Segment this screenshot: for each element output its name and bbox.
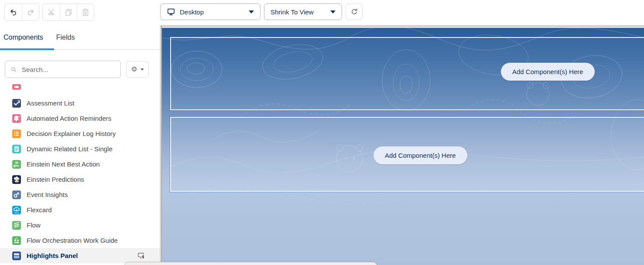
related-list-icon	[12, 145, 21, 153]
clipboard-button-group	[42, 3, 94, 21]
actions-recommendations-icon	[12, 84, 21, 90]
component-label: Event Insights	[27, 191, 68, 198]
search-row: ⚙	[0, 50, 160, 78]
component-item-event-insights[interactable]: Event Insights	[0, 187, 160, 202]
view-mode-dropdown[interactable]: Shrink To View	[264, 3, 342, 20]
active-tab-underline	[0, 48, 54, 50]
chevron-down-icon	[330, 10, 336, 14]
orchestration-icon	[12, 236, 21, 245]
search-icon	[10, 66, 17, 73]
component-label: Dynamic Related List - Single	[27, 145, 113, 153]
component-item-einstein-next-best-action[interactable]: Einstein Next Best Action	[0, 156, 160, 172]
tooltip-stub	[124, 262, 377, 265]
tab-fields[interactable]: Fields	[56, 34, 75, 41]
highlights-panel-icon	[12, 251, 21, 260]
canvas-background: Add Component(s) Here Add Component(s) H…	[162, 28, 644, 265]
component-item-automated-action-reminders[interactable]: Automated Action Reminders	[0, 111, 160, 126]
redo-icon	[26, 8, 35, 17]
assessment-icon	[12, 99, 21, 108]
component-item-dynamic-related-list-single[interactable]: Dynamic Related List - Single	[0, 141, 160, 156]
component-label: Einstein Next Best Action	[27, 160, 100, 168]
sidebar-tabs: Components Fields	[0, 25, 160, 50]
component-label: Automated Action Reminders	[27, 115, 111, 122]
device-selector-dropdown[interactable]: Desktop	[160, 3, 260, 20]
component-sidebar: Components Fields ⚙ Assessment List Auto…	[0, 25, 160, 265]
device-selector-value: Desktop	[180, 8, 244, 16]
paste-button[interactable]	[77, 4, 94, 20]
component-label: Highlights Panel	[27, 252, 78, 259]
component-item-assessment-list[interactable]: Assessment List	[0, 95, 160, 111]
component-list: Assessment List Automated Action Reminde…	[0, 84, 160, 265]
refresh-button[interactable]	[346, 3, 363, 20]
copy-button[interactable]	[60, 4, 77, 20]
top-toolbar: Desktop Shrink To View	[0, 0, 644, 25]
component-label: Assessment List	[27, 99, 74, 107]
dropzone-body-region[interactable]: Add Component(s) Here	[170, 117, 644, 192]
chevron-down-icon	[140, 68, 144, 71]
view-mode-value: Shrink To View	[271, 8, 326, 16]
refresh-icon	[350, 7, 359, 16]
component-item-einstein-predictions[interactable]: Einstein Predictions	[0, 172, 160, 187]
search-input[interactable]	[21, 65, 115, 74]
dropzone-header-region[interactable]: Add Component(s) Here	[170, 37, 644, 110]
redo-button[interactable]	[22, 4, 39, 20]
event-insights-icon	[12, 190, 21, 199]
gear-icon: ⚙	[131, 66, 137, 73]
svg-text:Vlocity: Vlocity	[14, 212, 19, 214]
settings-dropdown-button[interactable]: ⚙	[126, 61, 149, 78]
einstein-icon	[12, 175, 21, 184]
cut-button[interactable]	[43, 4, 60, 20]
view-controls: Desktop Shrink To View	[160, 3, 363, 20]
component-item-highlights-panel[interactable]: Highlights Panel	[0, 248, 160, 263]
scissors-icon	[47, 8, 56, 17]
component-label: Decision Explainer Log History	[27, 130, 116, 137]
list-icon	[12, 129, 21, 138]
paste-icon	[81, 8, 90, 17]
history-button-group	[4, 3, 39, 21]
flow-icon	[12, 221, 21, 230]
bell-icon	[12, 114, 21, 123]
search-box	[5, 61, 121, 78]
undo-button[interactable]	[5, 4, 22, 20]
component-label: Flow Orchestration Work Guide	[27, 237, 118, 244]
component-label: Flow	[27, 221, 41, 229]
undo-icon	[9, 8, 18, 17]
desktop-icon	[167, 7, 175, 16]
component-item-flow-orchestration-work-guide[interactable]: Flow Orchestration Work Guide	[0, 233, 160, 248]
component-item-decision-explainer-log-history[interactable]: Decision Explainer Log History	[0, 126, 160, 141]
component-item-flexcard[interactable]: Vlocity Flexcard	[0, 202, 160, 217]
chevron-down-icon	[249, 10, 254, 14]
next-best-action-icon	[12, 160, 21, 169]
add-component-button[interactable]: Add Component(s) Here	[373, 146, 467, 164]
component-label: Einstein Predictions	[27, 176, 84, 183]
copy-icon	[64, 8, 73, 17]
component-label: Flexcard	[27, 206, 52, 214]
tab-components[interactable]: Components	[3, 34, 43, 41]
device-support-icon	[137, 251, 145, 260]
flexcard-cloud-icon: Vlocity	[12, 206, 21, 214]
page-canvas: Add Component(s) Here Add Component(s) H…	[161, 25, 644, 265]
component-item[interactable]	[0, 84, 160, 95]
add-component-button[interactable]: Add Component(s) Here	[501, 63, 595, 81]
component-item-flow[interactable]: Flow	[0, 217, 160, 233]
